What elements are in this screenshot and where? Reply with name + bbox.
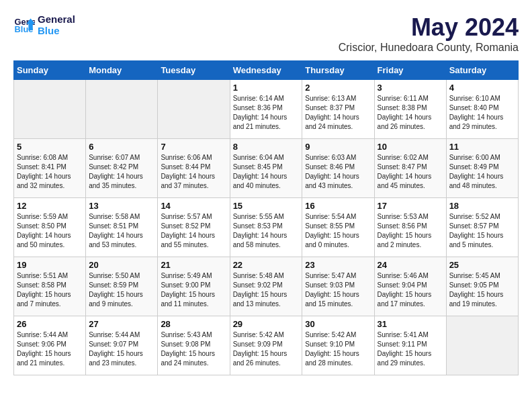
day-info: Sunrise: 5:45 AMSunset: 9:05 PMDaylight:… <box>449 271 515 309</box>
table-row: 1Sunrise: 6:14 AMSunset: 8:36 PMDaylight… <box>230 80 302 139</box>
day-number: 30 <box>305 319 371 329</box>
day-number: 7 <box>161 142 226 152</box>
table-row: 20Sunrise: 5:50 AMSunset: 8:59 PMDayligh… <box>86 257 158 316</box>
day-info: Sunrise: 5:46 AMSunset: 9:04 PMDaylight:… <box>378 271 443 309</box>
day-info: Sunrise: 6:04 AMSunset: 8:45 PMDaylight:… <box>233 153 300 191</box>
table-row: 30Sunrise: 5:42 AMSunset: 9:10 PMDayligh… <box>302 316 374 375</box>
table-row: 31Sunrise: 5:41 AMSunset: 9:11 PMDayligh… <box>374 316 446 375</box>
day-number: 23 <box>305 260 371 270</box>
day-number: 14 <box>161 201 226 211</box>
day-number: 24 <box>378 260 443 270</box>
header-wednesday: Wednesday <box>230 61 302 80</box>
table-row: 12Sunrise: 5:59 AMSunset: 8:50 PMDayligh… <box>14 198 86 257</box>
day-number: 3 <box>378 83 443 93</box>
table-row: 29Sunrise: 5:42 AMSunset: 9:09 PMDayligh… <box>230 316 302 375</box>
table-row: 8Sunrise: 6:04 AMSunset: 8:45 PMDaylight… <box>230 139 302 198</box>
table-row: 16Sunrise: 5:54 AMSunset: 8:55 PMDayligh… <box>302 198 374 257</box>
day-number: 31 <box>378 319 443 329</box>
day-number: 26 <box>17 319 83 329</box>
day-info: Sunrise: 6:00 AMSunset: 8:49 PMDaylight:… <box>449 153 515 191</box>
table-row: 21Sunrise: 5:49 AMSunset: 9:00 PMDayligh… <box>158 257 230 316</box>
day-info: Sunrise: 5:44 AMSunset: 9:06 PMDaylight:… <box>17 330 83 368</box>
day-info: Sunrise: 5:53 AMSunset: 8:56 PMDaylight:… <box>378 212 443 250</box>
title-area: May 2024 Criscior, Hunedoara County, Rom… <box>339 13 519 54</box>
day-info: Sunrise: 5:48 AMSunset: 9:02 PMDaylight:… <box>233 271 300 309</box>
day-info: Sunrise: 5:42 AMSunset: 9:09 PMDaylight:… <box>233 330 300 368</box>
day-number: 8 <box>233 142 300 152</box>
day-number: 1 <box>233 83 300 93</box>
table-row: 28Sunrise: 5:43 AMSunset: 9:08 PMDayligh… <box>158 316 230 375</box>
day-number: 11 <box>449 142 515 152</box>
day-info: Sunrise: 5:51 AMSunset: 8:58 PMDaylight:… <box>17 271 83 309</box>
day-info: Sunrise: 5:43 AMSunset: 9:08 PMDaylight:… <box>161 330 226 368</box>
calendar-table: Sunday Monday Tuesday Wednesday Thursday… <box>13 60 519 375</box>
table-row <box>86 80 158 139</box>
day-info: Sunrise: 5:54 AMSunset: 8:55 PMDaylight:… <box>305 212 371 250</box>
calendar-week-row: 19Sunrise: 5:51 AMSunset: 8:58 PMDayligh… <box>14 257 519 316</box>
day-number: 12 <box>17 201 83 211</box>
day-info: Sunrise: 6:07 AMSunset: 8:42 PMDaylight:… <box>89 153 154 191</box>
table-row: 27Sunrise: 5:44 AMSunset: 9:07 PMDayligh… <box>86 316 158 375</box>
day-number: 6 <box>89 142 154 152</box>
day-number: 17 <box>378 201 443 211</box>
day-number: 28 <box>161 319 226 329</box>
table-row: 19Sunrise: 5:51 AMSunset: 8:58 PMDayligh… <box>14 257 86 316</box>
day-number: 29 <box>233 319 300 329</box>
day-info: Sunrise: 5:41 AMSunset: 9:11 PMDaylight:… <box>378 330 443 368</box>
table-row: 10Sunrise: 6:02 AMSunset: 8:47 PMDayligh… <box>374 139 446 198</box>
day-number: 13 <box>89 201 154 211</box>
calendar-week-row: 5Sunrise: 6:08 AMSunset: 8:41 PMDaylight… <box>14 139 519 198</box>
day-info: Sunrise: 6:08 AMSunset: 8:41 PMDaylight:… <box>17 153 83 191</box>
day-info: Sunrise: 5:55 AMSunset: 8:53 PMDaylight:… <box>233 212 300 250</box>
table-row: 5Sunrise: 6:08 AMSunset: 8:41 PMDaylight… <box>14 139 86 198</box>
table-row: 22Sunrise: 5:48 AMSunset: 9:02 PMDayligh… <box>230 257 302 316</box>
day-number: 27 <box>89 319 154 329</box>
table-row <box>446 316 518 375</box>
day-info: Sunrise: 6:13 AMSunset: 8:37 PMDaylight:… <box>305 94 371 132</box>
calendar-header-row: Sunday Monday Tuesday Wednesday Thursday… <box>14 61 519 80</box>
table-row: 4Sunrise: 6:10 AMSunset: 8:40 PMDaylight… <box>446 80 518 139</box>
table-row: 6Sunrise: 6:07 AMSunset: 8:42 PMDaylight… <box>86 139 158 198</box>
day-info: Sunrise: 6:14 AMSunset: 8:36 PMDaylight:… <box>233 94 300 132</box>
header-thursday: Thursday <box>302 61 374 80</box>
logo-general: General <box>38 13 75 25</box>
header-friday: Friday <box>374 61 446 80</box>
table-row: 18Sunrise: 5:52 AMSunset: 8:57 PMDayligh… <box>446 198 518 257</box>
table-row: 24Sunrise: 5:46 AMSunset: 9:04 PMDayligh… <box>374 257 446 316</box>
logo-icon: General Blue <box>13 14 35 36</box>
day-info: Sunrise: 6:02 AMSunset: 8:47 PMDaylight:… <box>378 153 443 191</box>
day-number: 16 <box>305 201 371 211</box>
table-row: 13Sunrise: 5:58 AMSunset: 8:51 PMDayligh… <box>86 198 158 257</box>
table-row: 17Sunrise: 5:53 AMSunset: 8:56 PMDayligh… <box>374 198 446 257</box>
table-row: 14Sunrise: 5:57 AMSunset: 8:52 PMDayligh… <box>158 198 230 257</box>
day-number: 21 <box>161 260 226 270</box>
calendar-week-row: 1Sunrise: 6:14 AMSunset: 8:36 PMDaylight… <box>14 80 519 139</box>
header-tuesday: Tuesday <box>158 61 230 80</box>
logo: General Blue General Blue <box>13 13 75 36</box>
subtitle: Criscior, Hunedoara County, Romania <box>339 42 519 54</box>
header-sunday: Sunday <box>14 61 86 80</box>
calendar-week-row: 12Sunrise: 5:59 AMSunset: 8:50 PMDayligh… <box>14 198 519 257</box>
header-saturday: Saturday <box>446 61 518 80</box>
table-row: 15Sunrise: 5:55 AMSunset: 8:53 PMDayligh… <box>230 198 302 257</box>
table-row: 9Sunrise: 6:03 AMSunset: 8:46 PMDaylight… <box>302 139 374 198</box>
table-row <box>158 80 230 139</box>
day-info: Sunrise: 5:52 AMSunset: 8:57 PMDaylight:… <box>449 212 515 250</box>
day-info: Sunrise: 6:03 AMSunset: 8:46 PMDaylight:… <box>305 153 371 191</box>
day-number: 10 <box>378 142 443 152</box>
day-info: Sunrise: 5:44 AMSunset: 9:07 PMDaylight:… <box>89 330 154 368</box>
day-info: Sunrise: 6:11 AMSunset: 8:38 PMDaylight:… <box>378 94 443 132</box>
day-info: Sunrise: 5:59 AMSunset: 8:50 PMDaylight:… <box>17 212 83 250</box>
calendar-week-row: 26Sunrise: 5:44 AMSunset: 9:06 PMDayligh… <box>14 316 519 375</box>
logo-blue: Blue <box>38 25 75 36</box>
table-row <box>14 80 86 139</box>
day-number: 22 <box>233 260 300 270</box>
day-number: 19 <box>17 260 83 270</box>
day-info: Sunrise: 5:57 AMSunset: 8:52 PMDaylight:… <box>161 212 226 250</box>
day-number: 4 <box>449 83 515 93</box>
day-number: 2 <box>305 83 371 93</box>
day-number: 5 <box>17 142 83 152</box>
day-info: Sunrise: 5:42 AMSunset: 9:10 PMDaylight:… <box>305 330 371 368</box>
day-info: Sunrise: 5:47 AMSunset: 9:03 PMDaylight:… <box>305 271 371 309</box>
table-row: 26Sunrise: 5:44 AMSunset: 9:06 PMDayligh… <box>14 316 86 375</box>
